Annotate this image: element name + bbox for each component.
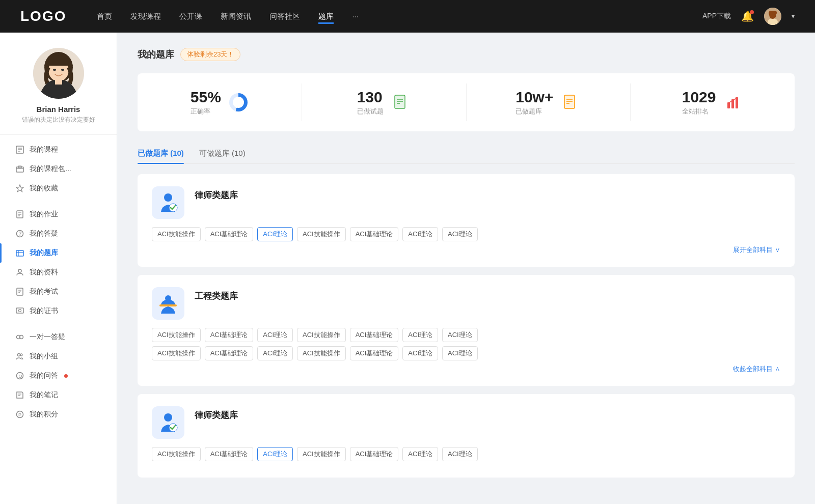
svg-point-62 [164,413,172,422]
avatar[interactable] [764,8,781,25]
tag[interactable]: ACI基础理论 [205,328,254,342]
sidebar-item-label: 我的题库 [30,248,58,258]
nav-item-home[interactable]: 首页 [97,12,112,21]
qbank-header: 律师类题库 [152,186,780,219]
tag[interactable]: ACI技能操作 [152,447,201,461]
tag[interactable]: ACI理论 [442,227,478,241]
tag[interactable]: ACI基础理论 [205,227,254,241]
profile-name: Brian Harris [37,105,80,114]
course-icon [15,145,24,154]
sidebar-item-homework[interactable]: 我的作业 [0,205,117,224]
sidebar-item-courses[interactable]: 我的课程 [0,140,117,159]
sidebar-item-groups[interactable]: 我的小组 [0,347,117,366]
sidebar-item-answers[interactable]: Q 我的问答 [0,366,117,385]
tags-row-1: ACI技能操作 ACI基础理论 ACI理论 ACI技能操作 ACI基础理论 AC… [152,447,780,461]
nav-item-more[interactable]: ··· [352,12,359,21]
stats-bar: 55% 正确率 130 已做试题 [138,73,795,131]
doc-green-icon [391,92,411,113]
pie-chart-icon [228,92,249,113]
sidebar-item-points[interactable]: P 我的积分 [0,405,117,424]
sidebar-item-label: 我的作业 [30,210,58,219]
qbank-card-engineer: 工程类题库 ACI技能操作 ACI基础理论 ACI理论 ACI技能操作 ACI基… [138,275,795,386]
tags-row-2: ACI技能操作 ACI基础理论 ACI理论 ACI技能操作 ACI基础理论 AC… [152,346,780,360]
group-icon [15,352,24,361]
tag[interactable]: ACI理论 [257,328,293,342]
tag[interactable]: ACI基础理论 [350,447,399,461]
tag[interactable]: ACI基础理论 [350,346,399,360]
profile-section: Brian Harris 错误的决定比没有决定要好 [0,48,117,135]
nav-item-open[interactable]: 公开课 [179,12,202,21]
nav-item-courses[interactable]: 发现课程 [130,12,161,21]
tag[interactable]: ACI理论 [442,328,478,342]
notification-dot [750,10,754,14]
sidebar-item-exams[interactable]: 我的考试 [0,282,117,301]
stat-value: 1029 [682,89,716,106]
tag[interactable]: ACI理论 [402,346,438,360]
nav-item-bank[interactable]: 题库 [318,12,334,21]
stat-label: 正确率 [191,107,221,116]
stat-value: 130 [357,89,384,106]
tag[interactable]: ACI技能操作 [152,346,201,360]
tag[interactable]: ACI技能操作 [152,328,201,342]
tag[interactable]: ACI基础理论 [205,447,254,461]
sidebar-item-label: 我的课程 [30,145,58,154]
homework-icon [15,210,24,219]
navbar-right: APP下载 🔔 ▾ [702,8,795,25]
profile-avatar [33,48,84,99]
svg-point-57 [736,97,738,99]
sidebar-item-profile[interactable]: 我的资料 [0,263,117,282]
tag[interactable]: ACI基础理论 [205,346,254,360]
sidebar-item-package[interactable]: 我的课程包... [0,159,117,179]
sidebar-item-bank[interactable]: 我的题库 [0,243,117,263]
qbank-card-lawyer-1: 律师类题库 ACI技能操作 ACI基础理论 ACI理论 ACI技能操作 ACI基… [138,174,795,267]
expand-link[interactable]: 展开全部科目 ∨ [152,245,780,255]
qbank-info: 律师类题库 [195,406,238,421]
stat-text: 130 已做试题 [357,89,384,116]
collapse-link[interactable]: 收起全部科目 ∧ [152,365,780,374]
svg-point-37 [20,354,22,356]
stat-text: 1029 全站排名 [682,89,716,116]
tag[interactable]: ACI技能操作 [297,227,346,241]
page-header: 我的题库 体验剩余23天！ [138,48,795,61]
tag[interactable]: ACI技能操作 [297,447,346,461]
tag[interactable]: ACI技能操作 [297,346,346,360]
tag[interactable]: ACI理论 [402,227,438,241]
answers-notification-dot [64,374,68,378]
app-download-link[interactable]: APP下载 [702,12,731,21]
sidebar-item-label: 我的积分 [30,410,58,419]
stat-done-banks: 10w+ 已做题库 [467,83,631,121]
tag-active[interactable]: ACI理论 [257,447,293,461]
svg-rect-44 [395,95,405,108]
svg-point-33 [19,310,21,312]
sidebar-item-certs[interactable]: 我的证书 [0,301,117,321]
tag[interactable]: ACI理论 [442,346,478,360]
qbank-name: 律师类题库 [195,409,238,421]
tag-active[interactable]: ACI理论 [257,227,293,241]
svg-point-61 [165,295,171,301]
qbank-info: 工程类题库 [195,287,238,302]
sidebar-item-qa[interactable]: ? 我的答疑 [0,224,117,243]
stat-label: 全站排名 [682,107,716,116]
stat-site-rank: 1029 全站排名 [631,83,795,121]
sidebar-item-notes[interactable]: 我的笔记 [0,385,117,405]
sidebar-item-1on1[interactable]: 一对一答疑 [0,327,117,347]
tag[interactable]: ACI理论 [442,447,478,461]
tag[interactable]: ACI技能操作 [297,328,346,342]
tab-available[interactable]: 可做题库 (10) [199,144,246,163]
tags-row-1: ACI技能操作 ACI基础理论 ACI理论 ACI技能操作 ACI基础理论 AC… [152,227,780,241]
sidebar-item-favorites[interactable]: 我的收藏 [0,179,117,198]
nav-item-news[interactable]: 新闻资讯 [221,12,251,21]
tag[interactable]: ACI基础理论 [350,328,399,342]
tag[interactable]: ACI理论 [257,346,293,360]
tag[interactable]: ACI理论 [402,328,438,342]
notification-bell[interactable]: 🔔 [741,10,754,22]
tag[interactable]: ACI基础理论 [350,227,399,241]
qbank-name: 律师类题库 [195,189,238,201]
user-menu-chevron[interactable]: ▾ [792,13,795,20]
svg-point-10 [61,69,64,71]
tag[interactable]: ACI技能操作 [152,227,201,241]
tab-done[interactable]: 已做题库 (10) [138,144,184,163]
svg-point-5 [773,11,777,15]
nav-item-qa[interactable]: 问答社区 [269,12,300,21]
tag[interactable]: ACI理论 [402,447,438,461]
